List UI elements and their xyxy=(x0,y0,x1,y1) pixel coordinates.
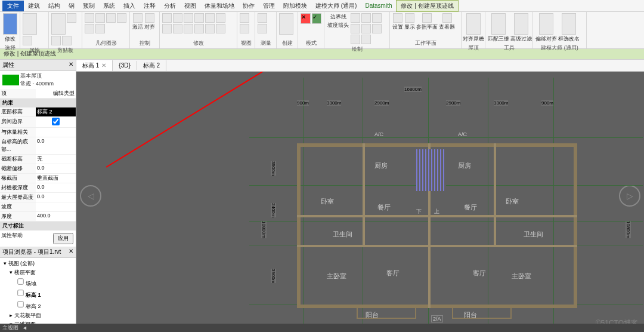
modify-icon[interactable] xyxy=(3,13,17,35)
rect-icon[interactable] xyxy=(361,13,371,23)
viewtab-3d[interactable]: {3D} xyxy=(113,61,137,70)
box-rename-icon[interactable] xyxy=(562,13,576,35)
line-icon[interactable] xyxy=(351,13,360,23)
prop-value[interactable] xyxy=(36,117,76,127)
copy2-icon[interactable] xyxy=(205,13,215,23)
prop-value[interactable] xyxy=(36,202,76,211)
filter-icon[interactable] xyxy=(514,13,528,35)
align-ctrl-icon[interactable] xyxy=(145,13,154,23)
create-icon[interactable] xyxy=(279,13,293,35)
prop-value[interactable]: 无 xyxy=(36,155,76,164)
tab-view[interactable]: 视图 xyxy=(180,1,200,11)
tree-item[interactable]: ▾ 楼层平面 xyxy=(1,268,75,277)
tree-item[interactable]: 标高 2 xyxy=(1,300,75,311)
tree-item[interactable]: 场地 xyxy=(1,277,75,288)
ellipse-icon[interactable] xyxy=(351,35,360,44)
prop-value[interactable]: 0.0 xyxy=(36,137,76,154)
cancel-icon[interactable]: ✕ xyxy=(301,13,311,24)
copy-icon[interactable] xyxy=(51,36,61,45)
paint-icon[interactable] xyxy=(95,24,105,33)
nav-right-icon[interactable]: ▷ xyxy=(619,185,640,207)
split-icon[interactable] xyxy=(117,13,126,23)
close-tab-icon[interactable]: ✕ xyxy=(101,62,106,69)
tab-datasmith[interactable]: Datasmith xyxy=(361,1,396,10)
arc-icon[interactable] xyxy=(361,24,371,33)
ref-plane-icon[interactable] xyxy=(422,13,432,23)
prop-value[interactable]: 垂直截面 xyxy=(36,174,76,183)
tab-annotate[interactable]: 注释 xyxy=(140,1,160,11)
tab-massing[interactable]: 体量和场地 xyxy=(200,1,239,11)
tab-modify-context[interactable]: 修改 | 创建屋顶迹线 xyxy=(396,0,458,12)
move-icon[interactable] xyxy=(194,13,204,23)
viewtab-level2[interactable]: 标高 2 xyxy=(137,60,166,71)
tab-arch[interactable]: 建筑 xyxy=(24,1,44,11)
type-icon[interactable] xyxy=(23,36,32,45)
viewer-icon[interactable] xyxy=(442,13,452,23)
pick-icon[interactable] xyxy=(361,35,371,44)
viewtab-level1[interactable]: 标高 1✕ xyxy=(76,60,113,71)
edit-type-btn[interactable]: 编辑类型 xyxy=(53,90,75,96)
notch-icon[interactable] xyxy=(85,24,94,33)
offset-icon[interactable] xyxy=(173,13,182,23)
close-icon[interactable]: ✕ xyxy=(69,248,73,256)
show-icon[interactable] xyxy=(405,13,414,23)
nav-left-icon[interactable]: ◁ xyxy=(80,185,101,207)
apply-button[interactable]: 应用 xyxy=(53,233,73,244)
tab-addins[interactable]: 附加模块 xyxy=(279,1,311,11)
align-icon[interactable] xyxy=(162,13,172,23)
rotate-icon[interactable] xyxy=(216,13,225,23)
tree-item[interactable]: ▾ 视图 (全部) xyxy=(1,259,75,268)
activate-icon[interactable] xyxy=(133,13,143,23)
prop-value[interactable]: 0.0 xyxy=(36,164,76,173)
pin-icon[interactable] xyxy=(205,24,215,33)
align-eave-icon[interactable] xyxy=(466,13,481,35)
project-browser[interactable]: ▾ 视图 (全部)▾ 楼层平面场地标高 1标高 2▸ 天花板平面▾ 三维视图{3… xyxy=(0,258,76,332)
set-icon[interactable] xyxy=(393,13,402,23)
tab-analyze[interactable]: 分析 xyxy=(160,1,180,11)
mirror-icon[interactable] xyxy=(184,13,193,23)
prop-value[interactable]: 0.0 xyxy=(36,193,76,202)
split2-icon[interactable] xyxy=(173,24,182,33)
join-icon[interactable] xyxy=(106,13,116,23)
slope-arrow-btn[interactable]: 坡度箭头 xyxy=(327,21,349,29)
close-icon[interactable]: ✕ xyxy=(69,61,73,69)
drawing-canvas[interactable]: ◁ ▷ 1 2 3 4 xyxy=(76,72,644,332)
tab-precast[interactable]: 预制 xyxy=(79,1,99,11)
tree-item[interactable]: ▸ 天花板平面 xyxy=(1,311,75,320)
prop-value[interactable]: 0.0 xyxy=(36,183,76,192)
file-tab[interactable]: 文件 xyxy=(2,1,24,11)
prop-value[interactable]: 400.0 xyxy=(36,212,76,221)
tab-manage[interactable]: 管理 xyxy=(259,1,279,11)
tree-item[interactable]: 标高 1 xyxy=(1,288,75,300)
paste-icon[interactable] xyxy=(51,13,66,35)
dim-icon[interactable] xyxy=(258,24,267,33)
view2-icon[interactable] xyxy=(240,24,249,33)
array-icon[interactable] xyxy=(184,24,193,33)
status-back-icon[interactable]: ◄ xyxy=(22,325,27,331)
tab-steel[interactable]: 钢 xyxy=(64,1,79,11)
properties-icon[interactable] xyxy=(23,13,37,35)
tab-master[interactable]: 建模大师 (通用) xyxy=(311,1,361,11)
tab-insert[interactable]: 插入 xyxy=(119,1,140,11)
trim-icon[interactable] xyxy=(162,24,172,33)
tab-systems[interactable]: 系统 xyxy=(99,1,119,11)
circle-icon[interactable] xyxy=(351,24,360,33)
spline-icon[interactable] xyxy=(372,24,382,33)
tab-collab[interactable]: 协作 xyxy=(239,1,259,11)
match3d-icon[interactable] xyxy=(491,13,506,35)
prop-value[interactable]: 标高 2 xyxy=(36,107,76,116)
cope-icon[interactable] xyxy=(85,13,94,23)
cut-geom-icon[interactable] xyxy=(95,13,105,23)
prop-value[interactable] xyxy=(36,128,76,137)
match-icon[interactable] xyxy=(62,36,72,45)
view-icon[interactable] xyxy=(240,13,249,23)
tab-struct[interactable]: 结构 xyxy=(44,1,64,11)
delete-icon[interactable] xyxy=(216,24,225,33)
boundary-line-btn[interactable]: 边界线 xyxy=(330,13,346,21)
prop-help[interactable]: 属性帮助 xyxy=(1,232,23,238)
poly-icon[interactable] xyxy=(372,13,382,23)
scale-icon[interactable] xyxy=(194,24,204,33)
offset-align-icon[interactable] xyxy=(539,13,553,35)
measure-icon[interactable] xyxy=(258,13,267,23)
finish-icon[interactable]: ✓ xyxy=(312,13,322,24)
